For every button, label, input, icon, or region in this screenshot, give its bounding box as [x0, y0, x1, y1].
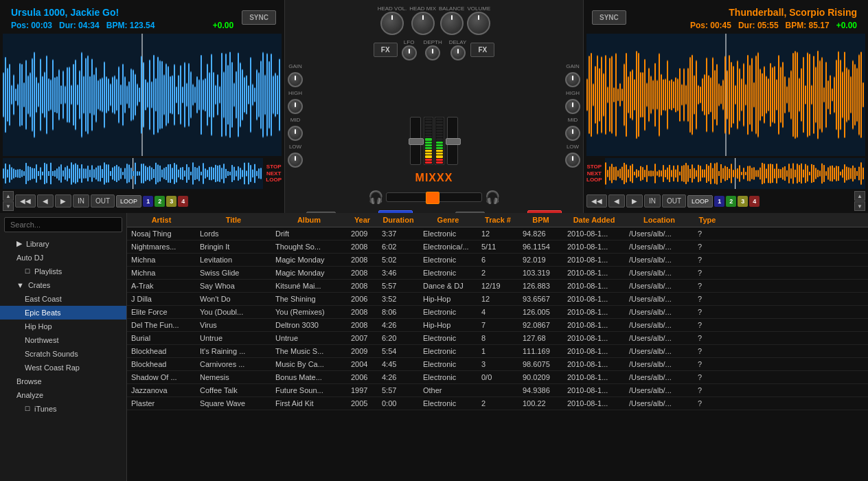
right-stop-label[interactable]: STOP	[587, 164, 602, 170]
right-mid-knob[interactable]	[565, 126, 580, 141]
sidebar-item-scratchsounds[interactable]: Scratch Sounds	[0, 347, 126, 361]
track-row[interactable]: Plaster Square Wave First Aid Kit 2005 0…	[127, 397, 868, 410]
depth-knob[interactable]	[425, 45, 440, 60]
track-row[interactable]: Blockhead It's Raining ... The Music S..…	[127, 345, 868, 358]
left-cp3-button[interactable]: 3	[166, 196, 176, 207]
right-waveform-main[interactable]	[586, 34, 865, 156]
left-fader-handle[interactable]	[409, 138, 424, 145]
header-genre[interactable]: Genre	[419, 216, 477, 224]
track-row[interactable]: Nightmares... Bringin It Thought So... 2…	[127, 240, 868, 254]
left-out-button[interactable]: OUT	[91, 194, 115, 208]
left-high-knob[interactable]	[288, 99, 303, 114]
track-row[interactable]: Shadow Of ... Nemesis Bonus Mate... 2006…	[127, 371, 868, 384]
track-row[interactable]: Nosaj Thing Lords Drift 2009 3:37 Electr…	[127, 227, 868, 240]
left-waveform-main[interactable]	[3, 34, 282, 156]
left-fwd-button[interactable]: ▶	[55, 194, 71, 208]
head-vol-knob[interactable]	[380, 12, 404, 35]
search-input[interactable]	[4, 217, 122, 232]
right-sync-button[interactable]: SYNC	[592, 10, 626, 25]
sidebar-item-playlists[interactable]: ☐ Playlists	[0, 265, 126, 278]
right-fwd-button[interactable]: ▶	[626, 194, 643, 208]
header-duration[interactable]: Duration	[378, 216, 419, 224]
sidebar-item-westcoastrap[interactable]: West Coast Rap	[0, 361, 126, 374]
left-in-button[interactable]: IN	[73, 194, 89, 208]
right-cp3-button[interactable]: 3	[738, 196, 748, 207]
right-in-button[interactable]: IN	[644, 194, 661, 208]
right-cp1-button[interactable]: 1	[714, 196, 724, 207]
left-channel-fader[interactable]	[410, 117, 421, 165]
sidebar-item-browse[interactable]: Browse	[0, 374, 126, 388]
left-loop-button[interactable]: LOOP	[116, 195, 141, 208]
right-out-button[interactable]: OUT	[662, 194, 686, 208]
td-genre: Hip-Hop	[419, 293, 477, 305]
crossfader-track[interactable]	[386, 192, 482, 202]
right-high-knob[interactable]	[565, 99, 580, 114]
header-bpm[interactable]: BPM	[518, 216, 563, 224]
sidebar-item-itunes[interactable]: ☐ iTunes	[0, 402, 126, 416]
track-row[interactable]: Michna Levitation Magic Monday 2008 5:02…	[127, 254, 868, 267]
left-sync-button[interactable]: SYNC	[242, 10, 276, 25]
lfo-knob[interactable]	[402, 45, 417, 60]
track-row[interactable]: A-Trak Say Whoa Kitsuné Mai... 2008 5:57…	[127, 280, 868, 293]
right-cp4-button[interactable]: 4	[749, 196, 760, 207]
sidebar-item-autodj[interactable]: Auto DJ	[0, 251, 126, 265]
right-fx-button[interactable]: FX	[470, 43, 494, 57]
td-album: Kitsuné Mai...	[271, 280, 347, 292]
balance-knob[interactable]	[440, 12, 464, 35]
track-row[interactable]: Jazzanova Coffee Talk Future Soun... 199…	[127, 384, 868, 397]
left-pitch-up[interactable]: ▲	[3, 191, 14, 201]
delay-knob[interactable]	[450, 45, 466, 60]
headphone-right-icon[interactable]: 🎧	[485, 190, 500, 205]
header-album[interactable]: Album	[271, 216, 347, 224]
headphone-left-icon[interactable]: 🎧	[368, 190, 383, 205]
track-row[interactable]: Del The Fun... Virus Deltron 3030 2008 4…	[127, 319, 868, 332]
right-pitch-up[interactable]: ▲	[854, 191, 865, 201]
right-back-button[interactable]: ◀	[608, 194, 625, 208]
header-title[interactable]: Title	[196, 216, 271, 224]
left-back-button[interactable]: ◀	[37, 194, 54, 208]
sidebar-item-analyze[interactable]: Analyze	[0, 388, 126, 402]
sidebar-item-hiphop[interactable]: Hip Hop	[0, 320, 126, 333]
right-low-knob[interactable]	[565, 153, 580, 168]
left-cp1-button[interactable]: 1	[143, 196, 153, 207]
header-year[interactable]: Year	[347, 216, 378, 224]
header-artist[interactable]: Artist	[127, 216, 196, 224]
left-waveform-small[interactable]	[3, 158, 263, 189]
left-mid-knob[interactable]	[288, 126, 303, 141]
left-gain-knob[interactable]	[288, 72, 303, 87]
left-cp2-button[interactable]: 2	[155, 196, 165, 207]
sidebar-item-northwest[interactable]: Northwest	[0, 333, 126, 347]
track-row[interactable]: Burial Untrue Untrue 2007 6:20 Electroni…	[127, 332, 868, 345]
right-fader-handle[interactable]	[446, 138, 461, 145]
header-date[interactable]: Date Added	[563, 216, 625, 224]
right-prev-button[interactable]: ◀◀	[586, 194, 607, 208]
left-prev-button[interactable]: ◀◀	[15, 194, 36, 208]
header-location[interactable]: Location	[625, 216, 694, 224]
right-pitch-down[interactable]: ▼	[854, 201, 865, 211]
header-type[interactable]: Type	[694, 216, 721, 224]
crossfader-handle[interactable]	[426, 192, 439, 204]
track-row[interactable]: Michna Swiss Glide Magic Monday 2008 3:4…	[127, 267, 868, 280]
head-mix-knob[interactable]	[411, 12, 435, 35]
right-cp2-button[interactable]: 2	[726, 196, 736, 207]
left-pitch-down[interactable]: ▼	[3, 201, 14, 211]
left-cp4-button[interactable]: 4	[178, 196, 188, 207]
left-stop-label[interactable]: STOP	[266, 164, 282, 170]
mixer-fx-row: FX LFO DEPTH DELAY FX	[374, 39, 494, 60]
td-track: 12/19	[477, 280, 518, 292]
volume-knob[interactable]	[467, 12, 490, 35]
track-row[interactable]: Blockhead Carnivores ... Music By Ca... …	[127, 358, 868, 371]
right-channel-fader[interactable]	[447, 117, 458, 165]
right-loop-button[interactable]: LOOP	[687, 195, 713, 208]
sidebar-item-crates[interactable]: ▼ Crates	[0, 278, 126, 292]
header-track[interactable]: Track #	[477, 216, 518, 224]
sidebar-item-epicbeats[interactable]: Epic Beats	[0, 306, 126, 320]
sidebar-item-library[interactable]: ▶ Library	[0, 236, 126, 251]
track-row[interactable]: J Dilla Won't Do The Shining 2006 3:52 H…	[127, 293, 868, 306]
track-row[interactable]: Elite Force You (Doubl... You (Remixes) …	[127, 306, 868, 319]
sidebar-item-eastcoast[interactable]: East Coast	[0, 292, 126, 306]
left-fx-button[interactable]: FX	[374, 43, 398, 57]
right-waveform-small[interactable]	[605, 158, 865, 189]
right-gain-knob[interactable]	[565, 72, 580, 87]
left-low-knob[interactable]	[288, 153, 303, 168]
